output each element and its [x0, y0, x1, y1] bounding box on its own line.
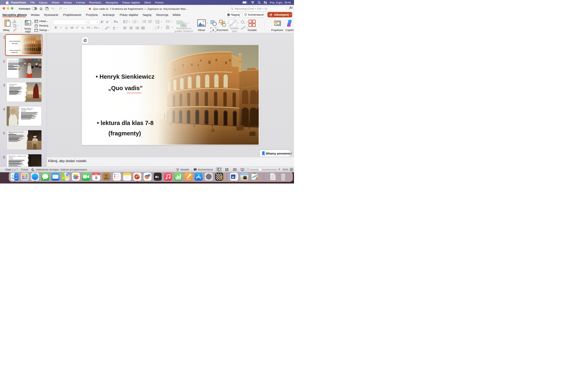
- svg-text:• Miłość Ligi i Winicjusza + p: • Miłość Ligi i Winicjusza + przemiana: [8, 132, 24, 133]
- svg-text:DOCX: DOCX: [271, 178, 275, 179]
- svg-text:A: A: [212, 29, 214, 32]
- svg-text:8: 8: [95, 175, 97, 180]
- svg-text:sprawiedliwy” w Rzymie: sprawiedliwy” w Rzymie: [21, 109, 31, 110]
- svg-text:Witamy ponownie!: Witamy ponownie!: [266, 152, 292, 155]
- svg-text:Winicjusza: Winicjusza: [9, 133, 13, 134]
- svg-text:• Co omówić:: • Co omówić:: [21, 110, 26, 111]
- svg-text:• Co omówić:: • Co omówić:: [8, 158, 13, 159]
- svg-text:• Petroniusz – esteta i „ostat: • Petroniusz – esteta i „ostatni: [21, 108, 33, 109]
- svg-text:• Chilon Chilonides – najwięks: • Chilon Chilonides – największa przemia…: [8, 156, 26, 157]
- svg-text:Z: Z: [155, 28, 156, 29]
- svg-text:moralna: moralna: [9, 157, 12, 158]
- svg-text:3: 3: [132, 22, 133, 24]
- svg-text:O czym jest „Quo vadis”?: O czym jest „Quo vadis”?: [8, 60, 19, 61]
- svg-text:• Co omówić:: • Co omówić:: [9, 85, 14, 86]
- svg-text:„Quo vadis”: „Quo vadis”: [108, 85, 143, 91]
- svg-text:tv: tv: [156, 175, 159, 178]
- svg-text:P: P: [89, 8, 90, 9]
- svg-text:• lektura dla klas 7-8: • lektura dla klas 7-8: [97, 120, 154, 126]
- svg-text:• Henryk Sienkiewicz: • Henryk Sienkiewicz: [96, 73, 154, 80]
- svg-text:P: P: [136, 175, 137, 178]
- svg-text:• Despotyzm Nerona: • Despotyzm Nerona: [9, 84, 17, 85]
- svg-text:(fragmenty): (fragmenty): [108, 130, 141, 137]
- svg-text:GRU: GRU: [95, 173, 98, 175]
- svg-text:W: W: [232, 175, 234, 179]
